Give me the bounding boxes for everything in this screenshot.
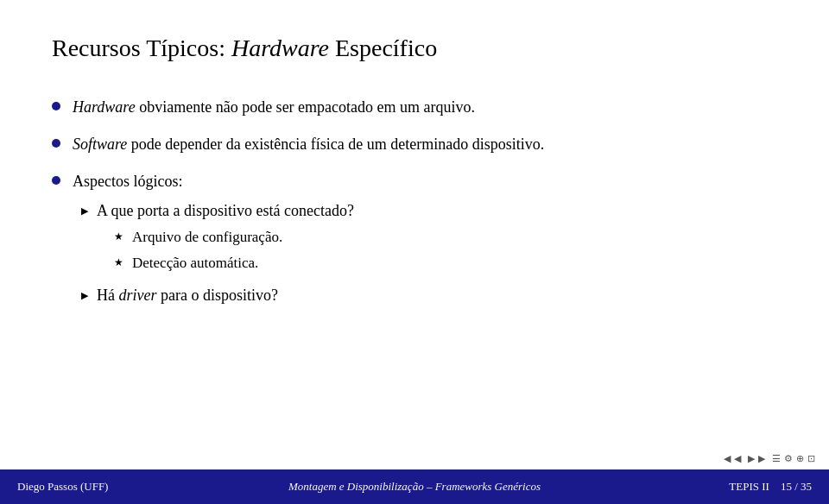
title-prefix: Recursos Típicos: (52, 35, 231, 61)
sub-item-2: Há driver para o dispositivo? (81, 285, 777, 306)
bullet-item-2: Software pode depender da existência fís… (52, 134, 777, 155)
bullet-text-2: Software pode depender da existência fís… (73, 134, 777, 155)
slide-content: Recursos Típicos: Hardware Específico Ha… (0, 0, 829, 504)
bullet-text-1: Hardware obviamente não pode ser empacot… (73, 97, 777, 118)
footer-author: Diego Passos (UFF) (17, 480, 216, 494)
nav-left-icon[interactable]: ◀ (724, 453, 731, 464)
star-icon-1 (114, 229, 123, 244)
bullet-dot-3 (52, 176, 60, 185)
title-suffix: Específico (329, 35, 437, 61)
slide-footer: Diego Passos (UFF) Montagem e Disponibil… (0, 469, 829, 504)
star-text-1: Arquivo de configuração. (132, 227, 282, 248)
sub-list: A que porta a dispositivo está conectado… (73, 200, 777, 307)
star-icon-2 (114, 255, 123, 270)
nav-zoom-icon[interactable]: ⊕ (796, 453, 804, 464)
sub-2-post: para o dispositivo? (157, 287, 278, 304)
bullet-item-1: Hardware obviamente não pode ser empacot… (52, 97, 777, 118)
sub-text-1: A que porta a dispositivo está conectado… (97, 200, 354, 279)
main-bullet-list: Hardware obviamente não pode ser empacot… (52, 97, 777, 314)
star-sub-list-1: Arquivo de configuração. Detecção automá… (114, 227, 354, 274)
sub-1-label: A que porta a dispositivo está conectado… (97, 202, 354, 219)
footer-presentation: TEPIS II (729, 480, 769, 493)
bullet-dot-1 (52, 102, 60, 110)
bullet-3-text: Aspectos lógicos: (73, 173, 183, 190)
driver-label: driver (119, 287, 157, 304)
footer-page: 15 / 35 (781, 480, 812, 493)
nav-right2-icon[interactable]: ▶ (758, 453, 765, 464)
nav-icons-row: ◀ ◀ ▶ ▶ ☰ ⚙ ⊕ ⊡ (724, 453, 815, 464)
footer-title: Montagem e Disponibilização – Frameworks… (216, 480, 613, 494)
bullet-1-text: obviamente não pode ser empacotado em um… (136, 98, 475, 116)
bullet-dot-2 (52, 139, 60, 148)
hardware-label: Hardware (73, 98, 136, 116)
sub-2-pre: Há (97, 287, 119, 304)
star-item-2: Detecção automática. (114, 253, 354, 274)
bullet-2-text: pode depender da existência física de um… (127, 135, 544, 153)
title-italic: Hardware (231, 35, 329, 61)
arrow-icon-1 (81, 202, 88, 219)
nav-right-icon[interactable]: ▶ (748, 453, 755, 464)
star-item-1: Arquivo de configuração. (114, 227, 354, 248)
software-label: Software (73, 135, 127, 153)
nav-menu-icon[interactable]: ☰ (772, 453, 781, 464)
slide-title: Recursos Típicos: Hardware Específico (52, 35, 777, 62)
nav-left2-icon[interactable]: ◀ (734, 453, 741, 464)
nav-search-icon[interactable]: ⚙ (784, 453, 793, 464)
sub-item-1: A que porta a dispositivo está conectado… (81, 200, 777, 279)
footer-info: TEPIS II 15 / 35 (613, 480, 812, 494)
sub-text-2: Há driver para o dispositivo? (97, 285, 278, 306)
bullet-text-3: Aspectos lógicos: A que porta a disposit… (73, 171, 777, 313)
bullet-item-3: Aspectos lógicos: A que porta a disposit… (52, 171, 777, 313)
nav-fullscreen-icon[interactable]: ⊡ (807, 453, 815, 464)
star-text-2: Detecção automática. (132, 253, 258, 274)
arrow-icon-2 (81, 287, 88, 304)
